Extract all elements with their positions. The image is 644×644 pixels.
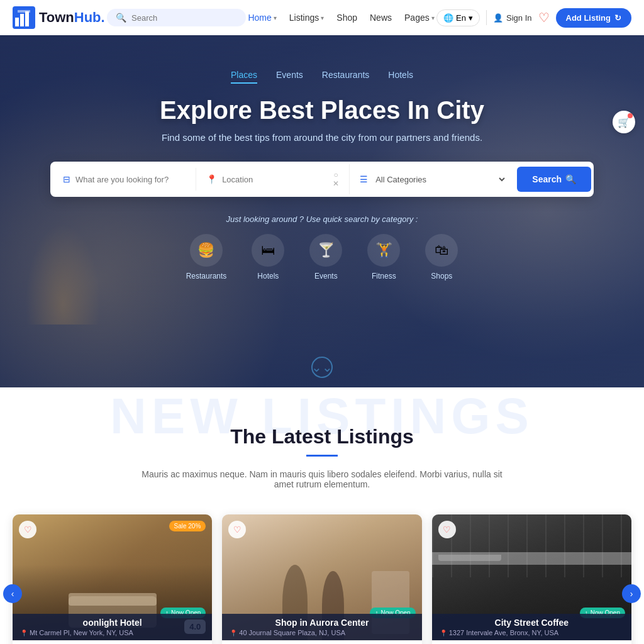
search-button[interactable]: Search 🔍 <box>517 167 591 192</box>
restaurant-icon: 🍔 <box>190 234 223 267</box>
navbar: TownHub. 🔍 Home ▾ Listings ▾ Shop News P… <box>0 0 644 35</box>
search-what-field[interactable]: ⊟ <box>53 168 196 191</box>
shops-icon: 🛍 <box>425 234 458 267</box>
location-clear-button[interactable]: ○ ✕ <box>333 170 339 188</box>
logo-town: Town <box>39 9 74 25</box>
logo-icon <box>13 6 35 29</box>
svg-rect-1 <box>15 18 19 26</box>
nav-search-input[interactable] <box>131 13 237 23</box>
search-category-field[interactable]: ☰ All Categories <box>350 168 517 191</box>
logo[interactable]: TownHub. <box>13 6 105 29</box>
listings-section: NEW LISTINGS The Latest Listings Mauris … <box>0 387 644 644</box>
card-image-0: ♡ Sale 20% ↑ Now Open 4.0 oonlight Hotel… <box>13 514 212 640</box>
prev-button[interactable]: ‹ <box>3 584 22 603</box>
tab-restaurants[interactable]: Restaurants <box>322 70 369 84</box>
nav-links: Home ▾ Listings ▾ Shop News Pages ▾ <box>248 13 434 23</box>
events-icon: 🍸 <box>309 234 342 267</box>
section-description: Mauris ac maximus neque. Nam in mauris q… <box>133 469 511 489</box>
shops-label: Shops <box>431 272 452 280</box>
nav-link-listings[interactable]: Listings ▾ <box>289 13 324 23</box>
card-badge-sale-0: Sale 20% <box>169 521 206 531</box>
card-footer-0: 🏨 Hotels $$$ ★★★★ 1 comment C By , CTHth… <box>13 640 212 644</box>
card-footer-1: 🛍 Shops ★★★★★ 3 comments 4.6 C By , CTHt… <box>222 640 421 644</box>
card-info-strip-1: Shop in Aurora Center 📍 40 Journal Squar… <box>222 614 421 640</box>
nav-link-shop[interactable]: Shop <box>336 13 357 23</box>
search-button-label: Search <box>532 174 562 184</box>
hero-title: Explore Best Places In City <box>0 96 644 125</box>
logo-dot: . <box>101 9 105 25</box>
heart-icon: ♡ <box>538 11 550 25</box>
category-restaurants[interactable]: 🍔 Restaurants <box>186 234 227 280</box>
add-listing-label: Add Listing <box>566 13 611 23</box>
card-info-strip-2: City Street Coffee 📍 1327 Intervale Ave,… <box>432 614 631 640</box>
card-info-strip-0: oonlight Hotel 📍 Mt Carmel Pl, New York,… <box>13 614 212 640</box>
search-button-icon: 🔍 <box>565 174 576 184</box>
fitness-label: Fitness <box>372 272 396 280</box>
card-title-1: Shop in Aurora Center <box>230 618 414 628</box>
restaurant-label: Restaurants <box>186 272 227 280</box>
nav-link-news[interactable]: News <box>370 13 392 23</box>
refresh-icon: ↻ <box>614 13 621 23</box>
card-title-2: City Street Coffee <box>440 618 624 628</box>
globe-icon: 🌐 <box>443 13 453 23</box>
nav-search-box[interactable]: 🔍 <box>107 9 246 26</box>
tab-events[interactable]: Events <box>276 70 303 84</box>
location-icon: 📍 <box>206 174 217 184</box>
chevron-pages-icon: ▾ <box>431 14 435 21</box>
svg-rect-2 <box>20 14 24 26</box>
tab-hotels[interactable]: Hotels <box>388 70 413 84</box>
nav-link-home[interactable]: Home ▾ <box>248 13 276 23</box>
cart-button[interactable]: 🛒 <box>613 111 635 133</box>
card-fav-0[interactable]: ♡ <box>19 521 36 538</box>
language-selector[interactable]: 🌐 En ▾ <box>436 9 480 26</box>
nav-right: 🌐 En ▾ 👤 Sign In ♡ Add Listing ↻ <box>436 8 631 28</box>
pin-icon-2: 📍 <box>440 630 447 636</box>
search-location-input[interactable] <box>222 175 328 184</box>
category-shops[interactable]: 🛍 Shops <box>425 234 458 280</box>
svg-rect-4 <box>18 10 30 13</box>
divider <box>486 10 487 25</box>
hotels-icon: 🛏 <box>252 234 284 267</box>
tab-places[interactable]: Places <box>231 70 257 84</box>
user-icon: 👤 <box>493 13 503 23</box>
card-address-2: 📍 1327 Intervale Ave, Bronx, NY, USA <box>440 629 624 636</box>
category-menu-icon: ☰ <box>360 174 368 184</box>
card-address-1: 📍 40 Journal Square Plaza, NJ, USA <box>230 629 414 636</box>
hero-section: 🛒 Places Events Restaurants Hotels Explo… <box>0 35 644 387</box>
cards-row: ‹ ♡ Sale 20% ↑ Now Open 4 <box>13 514 631 644</box>
sign-in-label: Sign In <box>506 13 531 23</box>
add-listing-button[interactable]: Add Listing ↻ <box>556 8 632 28</box>
quick-search-label: Just looking around ? Use quick search b… <box>0 214 644 224</box>
listing-card-2[interactable]: ♡ ↑ Now Open City Street Coffee 📍 1327 I… <box>432 514 631 644</box>
card-fav-2[interactable]: ♡ <box>438 521 456 538</box>
listing-card-0[interactable]: ♡ Sale 20% ↑ Now Open 4.0 oonlight Hotel… <box>13 514 212 644</box>
card-image-2: ♡ ↑ Now Open City Street Coffee 📍 1327 I… <box>432 514 631 640</box>
next-button[interactable]: › <box>622 584 641 603</box>
wishlist-button[interactable]: ♡ <box>538 10 550 25</box>
chevron-home-icon: ▾ <box>274 14 277 21</box>
category-events[interactable]: 🍸 Events <box>309 234 342 280</box>
search-what-icon: ⊟ <box>63 174 70 184</box>
chevron-listings-icon: ▾ <box>321 14 324 21</box>
listing-card-1[interactable]: ♡ ↑ Now Open Shop in Aurora Center 📍 40 … <box>222 514 421 644</box>
nav-link-pages[interactable]: Pages ▾ <box>404 13 435 23</box>
pin-icon-1: 📍 <box>230 630 237 636</box>
cart-dot <box>628 113 633 118</box>
card-image-1: ♡ ↑ Now Open Shop in Aurora Center 📍 40 … <box>222 514 421 640</box>
category-select[interactable]: All Categories <box>373 174 507 185</box>
card-footer-2: 🚗 Cars ★★★★★ 5 comments 4.7 C By , CTHth… <box>432 640 631 644</box>
svg-rect-3 <box>25 11 29 26</box>
section-underline <box>306 455 338 457</box>
category-fitness[interactable]: 🏋 Fitness <box>367 234 400 280</box>
logo-hub: Hub <box>74 9 101 25</box>
category-icons: 🍔 Restaurants 🛏 Hotels 🍸 Events 🏋 Fitnes… <box>0 234 644 280</box>
hotels-label: Hotels <box>257 272 279 280</box>
card-address-0: 📍 Mt Carmel Pl, New York, NY, USA <box>20 629 204 636</box>
hero-subtitle: Find some of the best tips from around t… <box>0 132 644 143</box>
category-hotels[interactable]: 🛏 Hotels <box>252 234 284 280</box>
fitness-icon: 🏋 <box>367 234 400 267</box>
sign-in-button[interactable]: 👤 Sign In <box>493 13 531 23</box>
search-what-input[interactable] <box>75 175 186 184</box>
events-label: Events <box>314 272 338 280</box>
search-location-field[interactable]: 📍 ○ ✕ <box>196 164 350 194</box>
